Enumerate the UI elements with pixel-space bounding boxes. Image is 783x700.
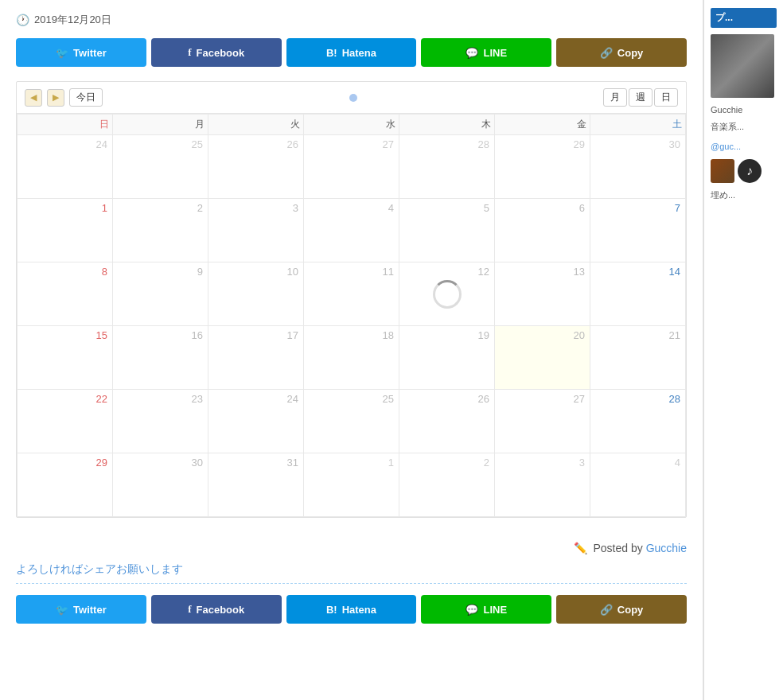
cal-cell[interactable]: 3 (208, 199, 304, 262)
calendar-week-1: 24 25 26 27 28 29 30 (18, 135, 686, 199)
avatar-image (711, 34, 774, 98)
sidebar-author-name: Gucchie (711, 104, 777, 116)
cal-cell[interactable]: 4 (304, 199, 399, 262)
cal-cell[interactable]: 25 (304, 390, 399, 453)
copy-icon-top: 🔗 (600, 47, 613, 59)
cal-cell[interactable]: 23 (113, 390, 208, 453)
twitter-button-bottom[interactable]: 🐦 Twitter (16, 595, 146, 624)
sidebar-profile-title: プ... (711, 8, 777, 28)
calendar-today-btn[interactable]: 今日 (69, 88, 103, 107)
cal-cell[interactable]: 9 (113, 262, 208, 326)
cal-cell[interactable]: 4 (590, 453, 686, 517)
hatena-label-top: Hatena (342, 47, 376, 59)
cal-cell[interactable]: 8 (18, 262, 113, 326)
copy-icon-bottom: 🔗 (600, 604, 613, 616)
share-request-text: よろしければシェアお願いします (16, 562, 687, 584)
cal-cell[interactable]: 6 (495, 199, 590, 262)
cal-cell[interactable]: 29 (495, 135, 590, 199)
line-icon-top: 💬 (466, 47, 478, 59)
cal-cell[interactable]: 16 (113, 326, 208, 390)
day-header-sun: 日 (18, 115, 113, 135)
cal-cell[interactable]: 30 (590, 135, 686, 199)
posted-by-label: Posted by (593, 542, 642, 554)
facebook-label-top: Facebook (197, 47, 245, 59)
facebook-button-bottom[interactable]: f Facebook (151, 595, 282, 624)
cal-cell[interactable]: 17 (208, 326, 304, 390)
line-label-top: LINE (483, 47, 507, 59)
cal-cell[interactable]: 12 (399, 262, 495, 326)
sidebar-icon-row: ♪ (711, 159, 777, 183)
cal-cell[interactable]: 1 (304, 453, 399, 517)
author-link[interactable]: Gucchie (646, 542, 687, 554)
calendar-grid: 日 月 火 水 木 金 土 24 25 26 27 (17, 114, 686, 517)
calendar-week-3: 8 9 10 11 12 13 14 (18, 262, 686, 326)
calendar-view-day-btn[interactable]: 日 (654, 88, 678, 107)
cal-cell[interactable]: 2 (113, 199, 208, 262)
cal-cell[interactable]: 31 (208, 453, 304, 517)
cal-cell[interactable]: 27 (495, 390, 590, 453)
calendar-grid-wrapper: 日 月 火 水 木 金 土 24 25 26 27 (17, 114, 686, 517)
cal-cell[interactable]: 28 (399, 135, 495, 199)
facebook-icon-top: f (188, 46, 191, 59)
hatena-icon-bottom: B! (326, 604, 337, 616)
twitter-button-top[interactable]: 🐦 Twitter (16, 38, 146, 67)
sidebar-small-icon-1 (711, 159, 734, 183)
facebook-label-bottom: Facebook (197, 604, 245, 616)
copy-label-bottom: Copy (617, 604, 644, 616)
cal-cell[interactable]: 15 (18, 326, 113, 390)
calendar-day-headers: 日 月 火 水 木 金 土 (18, 115, 686, 135)
sidebar-embed-label: 埋め... (711, 189, 777, 201)
twitter-label-top: Twitter (73, 47, 107, 59)
cal-cell[interactable]: 19 (399, 326, 495, 390)
cal-cell[interactable]: 26 (208, 135, 304, 199)
cal-cell[interactable]: 18 (304, 326, 399, 390)
cal-cell[interactable]: 28 (590, 390, 686, 453)
share-buttons-bottom: 🐦 Twitter f Facebook B! Hatena 💬 LINE 🔗 … (16, 595, 687, 624)
calendar-view-month-btn[interactable]: 月 (603, 88, 627, 107)
cal-cell[interactable]: 27 (304, 135, 399, 199)
cal-cell[interactable]: 14 (590, 262, 686, 326)
copy-button-top[interactable]: 🔗 Copy (556, 38, 687, 67)
calendar-next-btn[interactable]: ▶ (47, 89, 64, 107)
cal-cell[interactable]: 22 (18, 390, 113, 453)
cal-cell[interactable]: 3 (495, 453, 590, 517)
cal-cell[interactable]: 29 (18, 453, 113, 517)
cal-cell[interactable]: 7 (590, 199, 686, 262)
day-header-sat: 土 (590, 115, 686, 135)
hatena-button-bottom[interactable]: B! Hatena (286, 595, 417, 624)
calendar-view-buttons: 月 週 日 (603, 88, 678, 107)
cal-cell[interactable]: 11 (304, 262, 399, 326)
copy-label-top: Copy (617, 47, 644, 59)
cal-cell-today[interactable]: 20 (495, 326, 590, 390)
line-icon-bottom: 💬 (466, 604, 478, 616)
cal-cell[interactable]: 26 (399, 390, 495, 453)
sidebar: プ... Gucchie 音楽系... @guc... ♪ 埋め... (703, 0, 783, 700)
calendar-prev-btn[interactable]: ◀ (25, 89, 42, 107)
sidebar-twitter-link[interactable]: @guc... (711, 142, 741, 151)
hatena-button-top[interactable]: B! Hatena (286, 38, 417, 67)
cal-cell[interactable]: 24 (18, 135, 113, 199)
cal-cell[interactable]: 5 (399, 199, 495, 262)
clock-icon: 🕐 (16, 14, 29, 26)
cal-cell[interactable]: 13 (495, 262, 590, 326)
cal-cell[interactable]: 30 (113, 453, 208, 517)
cal-cell[interactable]: 24 (208, 390, 304, 453)
cal-cell[interactable]: 25 (113, 135, 208, 199)
calendar-view-week-btn[interactable]: 週 (629, 88, 652, 107)
cal-cell[interactable]: 2 (399, 453, 495, 517)
calendar-week-2: 1 2 3 4 5 6 7 (18, 199, 686, 262)
twitter-icon-top: 🐦 (56, 47, 68, 59)
facebook-icon-bottom: f (188, 603, 191, 616)
copy-button-bottom[interactable]: 🔗 Copy (556, 595, 687, 624)
cal-cell[interactable]: 21 (590, 326, 686, 390)
hatena-label-bottom: Hatena (342, 604, 376, 616)
day-header-mon: 月 (113, 115, 208, 135)
edit-icon: ✏️ (574, 542, 587, 554)
line-label-bottom: LINE (483, 604, 507, 616)
cal-cell[interactable]: 10 (208, 262, 304, 326)
twitter-icon-bottom: 🐦 (56, 604, 68, 616)
line-button-top[interactable]: 💬 LINE (421, 38, 551, 67)
facebook-button-top[interactable]: f Facebook (151, 38, 282, 67)
line-button-bottom[interactable]: 💬 LINE (421, 595, 551, 624)
cal-cell[interactable]: 1 (18, 199, 113, 262)
